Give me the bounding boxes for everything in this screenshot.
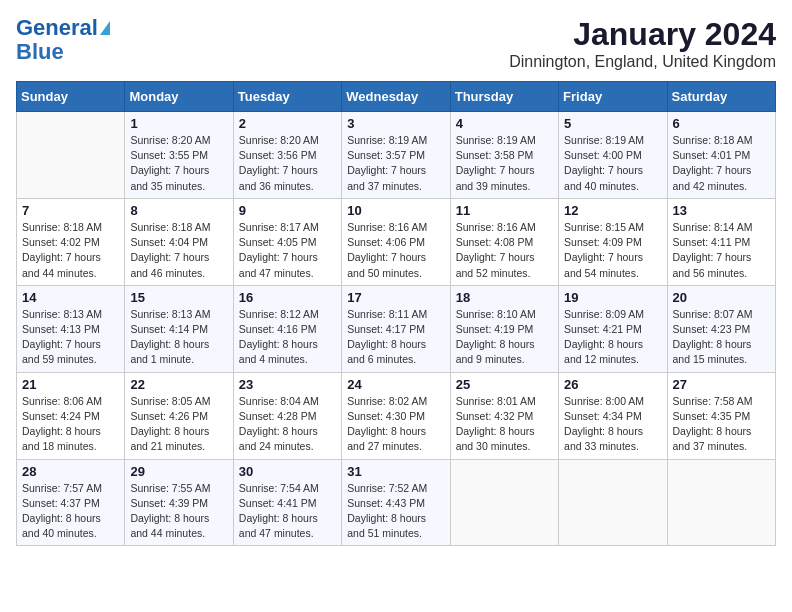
day-details: Sunrise: 8:13 AMSunset: 4:14 PMDaylight:… [130, 307, 227, 368]
day-number: 13 [673, 203, 770, 218]
day-details: Sunrise: 7:58 AMSunset: 4:35 PMDaylight:… [673, 394, 770, 455]
table-row: 2Sunrise: 8:20 AMSunset: 3:56 PMDaylight… [233, 112, 341, 199]
day-number: 12 [564, 203, 661, 218]
header-friday: Friday [559, 82, 667, 112]
table-row: 12Sunrise: 8:15 AMSunset: 4:09 PMDayligh… [559, 198, 667, 285]
calendar-week-row: 7Sunrise: 8:18 AMSunset: 4:02 PMDaylight… [17, 198, 776, 285]
day-number: 31 [347, 464, 444, 479]
table-row: 3Sunrise: 8:19 AMSunset: 3:57 PMDaylight… [342, 112, 450, 199]
day-details: Sunrise: 8:13 AMSunset: 4:13 PMDaylight:… [22, 307, 119, 368]
table-row: 15Sunrise: 8:13 AMSunset: 4:14 PMDayligh… [125, 285, 233, 372]
day-number: 4 [456, 116, 553, 131]
day-details: Sunrise: 8:19 AMSunset: 3:57 PMDaylight:… [347, 133, 444, 194]
table-row [667, 459, 775, 546]
table-row: 18Sunrise: 8:10 AMSunset: 4:19 PMDayligh… [450, 285, 558, 372]
table-row: 6Sunrise: 8:18 AMSunset: 4:01 PMDaylight… [667, 112, 775, 199]
day-number: 27 [673, 377, 770, 392]
location-text: Dinnington, England, United Kingdom [509, 53, 776, 71]
day-number: 30 [239, 464, 336, 479]
calendar-week-row: 14Sunrise: 8:13 AMSunset: 4:13 PMDayligh… [17, 285, 776, 372]
day-number: 19 [564, 290, 661, 305]
calendar-table: Sunday Monday Tuesday Wednesday Thursday… [16, 81, 776, 546]
day-number: 8 [130, 203, 227, 218]
logo-triangle-icon [100, 21, 110, 35]
table-row: 27Sunrise: 7:58 AMSunset: 4:35 PMDayligh… [667, 372, 775, 459]
day-details: Sunrise: 8:15 AMSunset: 4:09 PMDaylight:… [564, 220, 661, 281]
logo: General Blue [16, 16, 110, 64]
day-number: 11 [456, 203, 553, 218]
day-details: Sunrise: 8:18 AMSunset: 4:04 PMDaylight:… [130, 220, 227, 281]
table-row: 5Sunrise: 8:19 AMSunset: 4:00 PMDaylight… [559, 112, 667, 199]
table-row: 26Sunrise: 8:00 AMSunset: 4:34 PMDayligh… [559, 372, 667, 459]
day-details: Sunrise: 8:16 AMSunset: 4:06 PMDaylight:… [347, 220, 444, 281]
table-row: 10Sunrise: 8:16 AMSunset: 4:06 PMDayligh… [342, 198, 450, 285]
header-monday: Monday [125, 82, 233, 112]
day-details: Sunrise: 8:04 AMSunset: 4:28 PMDaylight:… [239, 394, 336, 455]
day-number: 17 [347, 290, 444, 305]
day-number: 14 [22, 290, 119, 305]
header-tuesday: Tuesday [233, 82, 341, 112]
table-row: 17Sunrise: 8:11 AMSunset: 4:17 PMDayligh… [342, 285, 450, 372]
day-number: 3 [347, 116, 444, 131]
day-details: Sunrise: 8:18 AMSunset: 4:01 PMDaylight:… [673, 133, 770, 194]
table-row: 19Sunrise: 8:09 AMSunset: 4:21 PMDayligh… [559, 285, 667, 372]
day-details: Sunrise: 8:05 AMSunset: 4:26 PMDaylight:… [130, 394, 227, 455]
table-row: 9Sunrise: 8:17 AMSunset: 4:05 PMDaylight… [233, 198, 341, 285]
day-number: 9 [239, 203, 336, 218]
day-details: Sunrise: 8:11 AMSunset: 4:17 PMDaylight:… [347, 307, 444, 368]
table-row [559, 459, 667, 546]
day-details: Sunrise: 7:54 AMSunset: 4:41 PMDaylight:… [239, 481, 336, 542]
day-details: Sunrise: 8:19 AMSunset: 3:58 PMDaylight:… [456, 133, 553, 194]
day-details: Sunrise: 8:01 AMSunset: 4:32 PMDaylight:… [456, 394, 553, 455]
header-sunday: Sunday [17, 82, 125, 112]
day-details: Sunrise: 8:14 AMSunset: 4:11 PMDaylight:… [673, 220, 770, 281]
logo-text: General [16, 16, 98, 40]
calendar-week-row: 21Sunrise: 8:06 AMSunset: 4:24 PMDayligh… [17, 372, 776, 459]
day-number: 15 [130, 290, 227, 305]
table-row: 23Sunrise: 8:04 AMSunset: 4:28 PMDayligh… [233, 372, 341, 459]
table-row: 21Sunrise: 8:06 AMSunset: 4:24 PMDayligh… [17, 372, 125, 459]
table-row: 7Sunrise: 8:18 AMSunset: 4:02 PMDaylight… [17, 198, 125, 285]
day-number: 24 [347, 377, 444, 392]
table-row [17, 112, 125, 199]
day-number: 7 [22, 203, 119, 218]
day-number: 29 [130, 464, 227, 479]
header-thursday: Thursday [450, 82, 558, 112]
table-row: 22Sunrise: 8:05 AMSunset: 4:26 PMDayligh… [125, 372, 233, 459]
day-number: 1 [130, 116, 227, 131]
table-row: 1Sunrise: 8:20 AMSunset: 3:55 PMDaylight… [125, 112, 233, 199]
day-details: Sunrise: 8:07 AMSunset: 4:23 PMDaylight:… [673, 307, 770, 368]
day-details: Sunrise: 8:09 AMSunset: 4:21 PMDaylight:… [564, 307, 661, 368]
table-row: 30Sunrise: 7:54 AMSunset: 4:41 PMDayligh… [233, 459, 341, 546]
day-details: Sunrise: 8:16 AMSunset: 4:08 PMDaylight:… [456, 220, 553, 281]
day-number: 28 [22, 464, 119, 479]
day-number: 26 [564, 377, 661, 392]
table-row: 4Sunrise: 8:19 AMSunset: 3:58 PMDaylight… [450, 112, 558, 199]
page-header: General Blue January 2024 Dinnington, En… [16, 16, 776, 71]
day-number: 5 [564, 116, 661, 131]
day-details: Sunrise: 8:06 AMSunset: 4:24 PMDaylight:… [22, 394, 119, 455]
table-row: 28Sunrise: 7:57 AMSunset: 4:37 PMDayligh… [17, 459, 125, 546]
day-number: 16 [239, 290, 336, 305]
day-number: 20 [673, 290, 770, 305]
day-number: 10 [347, 203, 444, 218]
day-details: Sunrise: 8:19 AMSunset: 4:00 PMDaylight:… [564, 133, 661, 194]
day-number: 23 [239, 377, 336, 392]
day-details: Sunrise: 7:57 AMSunset: 4:37 PMDaylight:… [22, 481, 119, 542]
day-details: Sunrise: 8:20 AMSunset: 3:56 PMDaylight:… [239, 133, 336, 194]
table-row: 29Sunrise: 7:55 AMSunset: 4:39 PMDayligh… [125, 459, 233, 546]
calendar-week-row: 28Sunrise: 7:57 AMSunset: 4:37 PMDayligh… [17, 459, 776, 546]
calendar-week-row: 1Sunrise: 8:20 AMSunset: 3:55 PMDaylight… [17, 112, 776, 199]
day-details: Sunrise: 8:10 AMSunset: 4:19 PMDaylight:… [456, 307, 553, 368]
day-details: Sunrise: 7:55 AMSunset: 4:39 PMDaylight:… [130, 481, 227, 542]
day-number: 6 [673, 116, 770, 131]
table-row: 24Sunrise: 8:02 AMSunset: 4:30 PMDayligh… [342, 372, 450, 459]
day-details: Sunrise: 8:18 AMSunset: 4:02 PMDaylight:… [22, 220, 119, 281]
logo-blue-text: Blue [16, 40, 64, 64]
day-number: 21 [22, 377, 119, 392]
header-wednesday: Wednesday [342, 82, 450, 112]
day-details: Sunrise: 8:20 AMSunset: 3:55 PMDaylight:… [130, 133, 227, 194]
table-row: 20Sunrise: 8:07 AMSunset: 4:23 PMDayligh… [667, 285, 775, 372]
day-number: 18 [456, 290, 553, 305]
day-details: Sunrise: 7:52 AMSunset: 4:43 PMDaylight:… [347, 481, 444, 542]
